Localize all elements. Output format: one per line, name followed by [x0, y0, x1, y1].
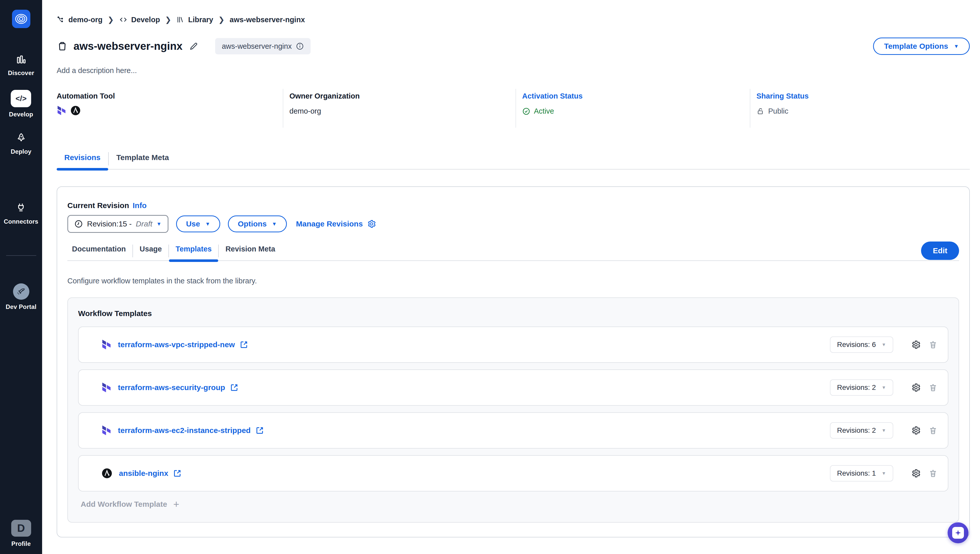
- rocket-circle-icon: [13, 283, 29, 300]
- workflow-templates-heading: Workflow Templates: [78, 309, 948, 318]
- breadcrumb-label: demo-org: [68, 16, 103, 24]
- breadcrumb-item-library[interactable]: Library: [177, 16, 213, 24]
- revisions-dropdown[interactable]: Revisions: 1 ▼: [830, 465, 893, 481]
- sidebar-item-connectors[interactable]: Connectors: [4, 201, 38, 225]
- edit-pencil-icon[interactable]: [189, 41, 198, 51]
- revisions-count-label: Revisions: 2: [837, 384, 876, 392]
- revision-subtabs: Documentation Usage Templates Revision M…: [67, 245, 959, 261]
- template-options-button[interactable]: Template Options ▼: [873, 38, 970, 55]
- chevron-down-icon: ▼: [205, 221, 210, 226]
- trash-icon[interactable]: [928, 426, 938, 435]
- gear-icon[interactable]: [911, 383, 921, 392]
- workflow-template-link[interactable]: terraform-aws-security-group: [118, 383, 225, 392]
- concentric-circles-icon: [14, 12, 28, 25]
- workflow-template-link[interactable]: terraform-aws-vpc-stripped-new: [118, 340, 235, 349]
- gear-icon[interactable]: [911, 426, 921, 435]
- configure-hint: Configure workflow templates in the stac…: [67, 277, 959, 285]
- subtab-usage[interactable]: Usage: [133, 245, 169, 260]
- add-workflow-template-button[interactable]: Add Workflow Template +: [78, 499, 948, 509]
- chevron-down-icon: ▼: [881, 342, 886, 347]
- meta-label[interactable]: Sharing Status: [756, 92, 970, 100]
- sidebar-item-profile[interactable]: D Profile: [11, 520, 31, 548]
- owner-org-value: demo-org: [290, 107, 515, 115]
- sidebar-item-label: Profile: [11, 540, 30, 548]
- meta-automation-tool: Automation Tool: [57, 89, 283, 127]
- sidebar-item-discover[interactable]: Discover: [8, 53, 34, 76]
- external-link-icon[interactable]: [240, 341, 248, 349]
- page-title: aws-webserver-nginx: [73, 40, 183, 53]
- unlock-icon: [756, 107, 765, 115]
- chevron-right-icon: ❯: [108, 15, 114, 24]
- tab-template-meta[interactable]: Template Meta: [109, 153, 177, 169]
- trash-icon[interactable]: [928, 340, 938, 349]
- breadcrumb-item-develop[interactable]: Develop: [119, 15, 160, 24]
- info-icon[interactable]: [296, 42, 304, 50]
- subtab-documentation[interactable]: Documentation: [67, 245, 132, 260]
- breadcrumb-label: aws-webserver-nginx: [230, 16, 305, 24]
- sidebar-item-deploy[interactable]: Deploy: [11, 131, 32, 155]
- code-icon: [119, 15, 127, 24]
- package-icon: [57, 41, 68, 52]
- sidebar-item-label: Connectors: [4, 218, 38, 225]
- revision-state: Draft: [136, 220, 152, 228]
- plug-icon: [15, 201, 27, 215]
- sidebar: Discover </> Develop Deploy Connectors: [0, 0, 42, 554]
- external-link-icon[interactable]: [256, 427, 264, 435]
- workflow-template-row: terraform-aws-security-group Revisions: …: [78, 369, 948, 406]
- current-revision-label: Current Revision: [67, 201, 129, 210]
- revision-selector[interactable]: Revision:15 - Draft ▼: [67, 215, 169, 233]
- terraform-icon: [102, 339, 111, 350]
- gear-icon[interactable]: [911, 468, 921, 478]
- activation-status-text: Active: [534, 107, 554, 115]
- template-id-tag[interactable]: aws-webserver-nginx: [215, 38, 310, 54]
- trash-icon[interactable]: [928, 469, 938, 478]
- revisions-dropdown[interactable]: Revisions: 2 ▼: [830, 422, 893, 439]
- external-link-icon[interactable]: [230, 384, 239, 392]
- breadcrumb: demo-org ❯ Develop ❯ Library ❯ aws-webse…: [57, 14, 970, 25]
- use-label: Use: [186, 220, 200, 228]
- revision-card: Current Revision Info Revision:15 - Draf…: [57, 186, 970, 537]
- info-link[interactable]: Info: [133, 201, 147, 210]
- workflow-template-row: terraform-aws-vpc-stripped-new Revisions…: [78, 326, 948, 363]
- external-link-icon[interactable]: [173, 469, 181, 478]
- library-icon: [177, 16, 185, 24]
- revisions-count-label: Revisions: 6: [837, 341, 876, 349]
- chevron-down-icon: ▼: [954, 44, 959, 49]
- description-placeholder[interactable]: Add a description here...: [57, 66, 970, 76]
- history-clock-icon: [74, 220, 83, 228]
- workflow-template-link[interactable]: terraform-aws-ec2-instance-stripped: [118, 426, 251, 435]
- revisions-dropdown[interactable]: Revisions: 6 ▼: [830, 336, 893, 353]
- workflow-template-name: terraform-aws-ec2-instance-stripped: [102, 425, 264, 436]
- breadcrumb-item-org[interactable]: demo-org: [57, 16, 103, 24]
- ansible-icon: [102, 468, 112, 479]
- assistant-fab-button[interactable]: [948, 522, 969, 543]
- subtab-templates[interactable]: Templates: [169, 245, 218, 260]
- main-tabs: Revisions Template Meta: [57, 152, 970, 170]
- meta-activation-status: Activation Status Active: [516, 89, 750, 127]
- gear-icon[interactable]: [911, 340, 921, 350]
- code-icon: </>: [11, 90, 31, 107]
- sidebar-item-dev-portal[interactable]: Dev Portal: [6, 283, 37, 310]
- edit-button[interactable]: Edit: [921, 242, 959, 260]
- template-id-text: aws-webserver-nginx: [222, 42, 292, 51]
- manage-revisions-link[interactable]: Manage Revisions: [296, 219, 376, 229]
- title-row: aws-webserver-nginx aws-webserver-nginx …: [57, 38, 970, 55]
- meta-label[interactable]: Activation Status: [522, 92, 750, 100]
- terraform-icon: [102, 382, 111, 393]
- subtab-revision-meta[interactable]: Revision Meta: [219, 245, 282, 260]
- options-button[interactable]: Options ▼: [228, 215, 287, 232]
- chevron-down-icon: ▼: [881, 471, 886, 476]
- revisions-count-label: Revisions: 2: [837, 427, 876, 435]
- trash-icon[interactable]: [928, 383, 938, 392]
- revisions-dropdown[interactable]: Revisions: 2 ▼: [830, 379, 893, 396]
- sidebar-item-develop[interactable]: </> Develop: [9, 90, 33, 118]
- use-button[interactable]: Use ▼: [176, 215, 220, 232]
- tab-revisions[interactable]: Revisions: [57, 153, 108, 169]
- org-hierarchy-icon: [57, 16, 65, 24]
- meta-row: Automation Tool Owner Organization demo-…: [57, 89, 970, 127]
- breadcrumb-label: Develop: [131, 16, 160, 24]
- workflow-template-link[interactable]: ansible-nginx: [119, 469, 168, 478]
- options-label: Options: [238, 220, 267, 228]
- app-logo[interactable]: [12, 10, 30, 28]
- chevron-down-icon: ▼: [881, 385, 886, 390]
